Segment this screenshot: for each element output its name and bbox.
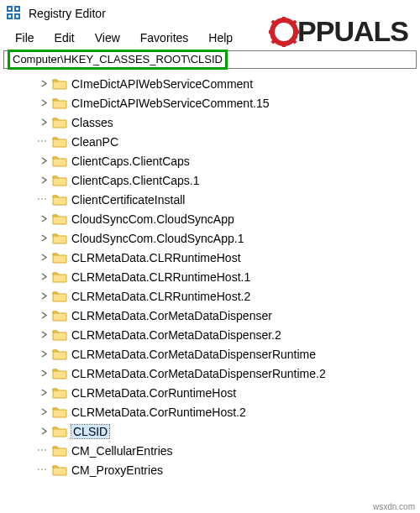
folder-icon [52, 212, 67, 226]
address-path: Computer\HKEY_CLASSES_ROOT\CLSID [8, 50, 228, 70]
tree-item-label: CLRMetaData.CorMetaDataDispenserRuntime.… [71, 367, 326, 380]
tree-item-label: CImeDictAPIWebServiceComment.15 [71, 97, 269, 110]
tree-item-label: ClientCertificateInstall [71, 193, 185, 207]
tree-row[interactable]: CloudSyncCom.CloudSyncApp [0, 209, 420, 228]
tree-row[interactable]: Classes [0, 113, 420, 132]
tree-row[interactable]: CImeDictAPIWebServiceComment [0, 74, 420, 93]
tree-row[interactable]: CLRMetaData.CorRuntimeHost.2 [0, 402, 420, 421]
folder-icon [52, 116, 67, 129]
chevron-right-icon[interactable] [37, 251, 50, 264]
tree-row[interactable]: CLRMetaData.CorMetaDataDispenser.2 [0, 325, 420, 344]
tree-item-label: CM_CellularEntries [71, 444, 173, 458]
menu-help[interactable]: Help [200, 29, 241, 46]
tree-item-label: CLSID [71, 425, 109, 438]
tree-item-label: CImeDictAPIWebServiceComment [71, 77, 253, 91]
tree-item-label: CleanPC [71, 135, 118, 149]
tree-item-label: CLRMetaData.CLRRuntimeHost [71, 251, 241, 264]
addressbar[interactable]: Computer\HKEY_CLASSES_ROOT\CLSID [3, 50, 417, 69]
tree-row[interactable]: CLRMetaData.CorMetaDataDispenser [0, 306, 420, 325]
tree-row[interactable]: CLRMetaData.CLRRuntimeHost [0, 248, 420, 267]
tree-guide: ⋯ [37, 193, 50, 207]
tree-row[interactable]: ClientCaps.ClientCaps.1 [0, 170, 420, 190]
tree-row[interactable]: CLRMetaData.CLRRuntimeHost.2 [0, 286, 420, 306]
tree-row[interactable]: ⋯ClientCertificateInstall [0, 190, 420, 209]
tree-row[interactable]: ⋯CleanPC [0, 132, 420, 151]
folder-icon [52, 328, 67, 342]
chevron-right-icon[interactable] [37, 154, 50, 168]
folder-icon [52, 193, 67, 207]
folder-icon [52, 386, 67, 400]
svg-rect-7 [16, 15, 18, 18]
folder-icon [52, 232, 67, 245]
chevron-right-icon[interactable] [37, 348, 50, 361]
tree-item-label: CM_ProxyEntries [71, 463, 163, 477]
menu-view[interactable]: View [87, 29, 129, 46]
tree-guide: ⋯ [37, 444, 50, 458]
chevron-right-icon[interactable] [37, 290, 50, 303]
tree-item-label: CLRMetaData.CorMetaDataDispenserRuntime [71, 348, 316, 361]
tree-item-label: CLRMetaData.CLRRuntimeHost.1 [71, 270, 250, 284]
tree-row[interactable]: CLRMetaData.CorRuntimeHost [0, 383, 420, 402]
folder-icon [52, 135, 67, 149]
folder-icon [52, 174, 67, 187]
chevron-right-icon[interactable] [37, 174, 50, 187]
tree-row[interactable]: CLRMetaData.CorMetaDataDispenserRuntime.… [0, 364, 420, 383]
folder-icon [52, 77, 67, 91]
svg-rect-5 [16, 8, 18, 10]
tree-row[interactable]: CLRMetaData.CLRRuntimeHost.1 [0, 267, 420, 286]
tree-item-label: CloudSyncCom.CloudSyncApp.1 [71, 232, 244, 245]
tree-row[interactable]: CLSID [0, 421, 420, 441]
svg-rect-6 [8, 15, 11, 18]
tree-guide: ⋯ [37, 135, 50, 149]
tree-item-label: CLRMetaData.CorMetaDataDispenser.2 [71, 328, 281, 342]
tree-row[interactable]: ClientCaps.ClientCaps [0, 151, 420, 170]
chevron-right-icon[interactable] [37, 270, 50, 284]
chevron-right-icon[interactable] [37, 425, 50, 438]
chevron-right-icon[interactable] [37, 367, 50, 380]
folder-icon [52, 463, 67, 477]
folder-icon [52, 406, 67, 419]
menu-favorites[interactable]: Favorites [132, 29, 197, 46]
tree-item-label: ClientCaps.ClientCaps.1 [71, 174, 200, 187]
chevron-right-icon[interactable] [37, 116, 50, 129]
footer-credit: wsxdn.com [373, 502, 415, 511]
folder-icon [52, 367, 67, 380]
tree-item-label: ClientCaps.ClientCaps [71, 154, 190, 168]
svg-rect-4 [8, 8, 11, 10]
folder-icon [52, 444, 67, 458]
tree-item-label: CLRMetaData.CorRuntimeHost.2 [71, 406, 246, 419]
chevron-right-icon[interactable] [37, 97, 50, 110]
tree-item-label: CloudSyncCom.CloudSyncApp [71, 212, 234, 226]
window-title: Registry Editor [29, 7, 106, 20]
folder-icon [52, 154, 67, 168]
chevron-right-icon[interactable] [37, 212, 50, 226]
tree-guide: ⋯ [37, 463, 50, 477]
chevron-right-icon[interactable] [37, 232, 50, 245]
tree-row[interactable]: CloudSyncCom.CloudSyncApp.1 [0, 228, 420, 248]
chevron-right-icon[interactable] [37, 309, 50, 322]
folder-icon [52, 251, 67, 264]
folder-icon [52, 97, 67, 110]
tree-row[interactable]: ⋯CM_CellularEntries [0, 441, 420, 460]
tree-item-label: Classes [71, 116, 113, 129]
tree-row[interactable]: CImeDictAPIWebServiceComment.15 [0, 93, 420, 113]
tree-item-label: CLRMetaData.CLRRuntimeHost.2 [71, 290, 250, 303]
tree-item-label: CLRMetaData.CorMetaDataDispenser [71, 309, 272, 322]
chevron-right-icon[interactable] [37, 328, 50, 342]
tree-row[interactable]: ⋯CM_ProxyEntries [0, 460, 420, 479]
folder-icon [52, 290, 67, 303]
tree-item-label: CLRMetaData.CorRuntimeHost [71, 386, 236, 400]
chevron-right-icon[interactable] [37, 386, 50, 400]
titlebar: Registry Editor [0, 0, 420, 27]
folder-icon [52, 309, 67, 322]
chevron-right-icon[interactable] [37, 406, 50, 419]
menu-edit[interactable]: Edit [46, 29, 83, 46]
registry-tree[interactable]: CImeDictAPIWebServiceCommentCImeDictAPIW… [0, 72, 420, 479]
folder-icon [52, 425, 67, 438]
chevron-right-icon[interactable] [37, 77, 50, 91]
regedit-icon [7, 6, 22, 21]
folder-icon [52, 348, 67, 361]
menubar: File Edit View Favorites Help [0, 27, 420, 49]
tree-row[interactable]: CLRMetaData.CorMetaDataDispenserRuntime [0, 344, 420, 364]
menu-file[interactable]: File [7, 29, 43, 46]
